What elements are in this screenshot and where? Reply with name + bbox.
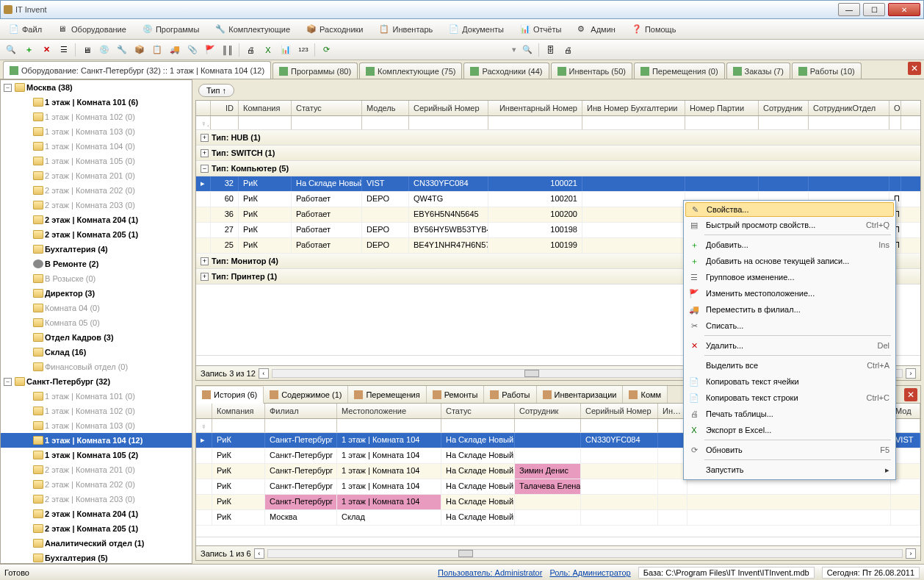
tabs-close-button[interactable]: ✕	[908, 62, 921, 75]
parts-icon[interactable]: 🔧	[115, 43, 129, 57]
detail-column[interactable]: Статус	[441, 404, 515, 418]
detail-scroll[interactable]	[267, 549, 903, 558]
tab-0[interactable]: Оборудование: Санкт-Петербург (32) :: 1 …	[3, 61, 271, 79]
maximize-button[interactable]: ☐	[863, 3, 885, 16]
barcode-icon[interactable]: ║║	[221, 43, 234, 57]
supply-icon[interactable]: 📦	[133, 43, 146, 57]
column-header[interactable]: Серийный Номер	[409, 101, 488, 115]
tree-node[interactable]: 1 этаж | Комната 102 (0)	[1, 404, 192, 418]
add-icon[interactable]: ＋	[22, 43, 35, 57]
tree-node[interactable]: 2 этаж | Комната 203 (0)	[1, 198, 192, 212]
menu-комплектующие[interactable]: 🔧Комплектующие	[211, 23, 295, 36]
tree-node[interactable]: 2 этаж | Комната 204 (1)	[1, 506, 192, 521]
tab-3[interactable]: Расходники (44)	[463, 62, 549, 79]
detail-column[interactable]: Филиал	[265, 404, 337, 418]
menu-инвентарь[interactable]: 📋Инвентарь	[375, 23, 437, 36]
group-row[interactable]: +Тип: SWITCH (1)	[196, 146, 920, 161]
delete-icon[interactable]: ✕	[40, 43, 53, 57]
clip-icon[interactable]: 📎	[186, 43, 199, 57]
column-header[interactable]: Сотрудник	[759, 101, 809, 115]
filter-icon[interactable]: 🔍	[521, 43, 534, 57]
column-header[interactable]: Номер Партии	[685, 101, 759, 115]
menu-помощь[interactable]: ❓Помощь	[627, 23, 681, 36]
column-header[interactable]: Компания	[239, 101, 292, 115]
tree-node[interactable]: 2 этаж | Комната 201 (0)	[1, 462, 192, 477]
tab-4[interactable]: Инвентарь (50)	[551, 62, 632, 79]
menu-отчёты[interactable]: 📊Отчёты	[516, 23, 566, 36]
detail-prev[interactable]: ‹	[254, 548, 264, 559]
detail-column[interactable]: Сотрудник	[515, 404, 581, 418]
menu-программы[interactable]: 💿Программы	[138, 23, 203, 36]
detail-tab-4[interactable]: Работы	[484, 386, 536, 403]
group-row[interactable]: +Тип: HUB (1)	[196, 130, 920, 146]
ctx--[interactable]: 🚚Переместить в филиал...	[685, 301, 894, 318]
tree-node[interactable]: 2 этаж | Комната 203 (0)	[1, 492, 192, 506]
tree-node[interactable]: 1 этаж | Комната 103 (0)	[1, 418, 192, 433]
tree-node[interactable]: −Санкт-Петербург (32)	[1, 374, 192, 389]
tree-node[interactable]: Финансовый отдел (0)	[1, 359, 192, 374]
column-header[interactable]: Статус	[292, 101, 362, 115]
tree-node[interactable]: Отдел Кадров (3)	[1, 330, 192, 345]
tree-node[interactable]: Бухгалтерия (5)	[1, 551, 192, 563]
detail-tab-5[interactable]: Инвентаризации	[537, 386, 624, 403]
column-header[interactable]: Инв Номер Бухгалтерии	[582, 101, 685, 115]
group-row[interactable]: −Тип: Компьютер (5)	[196, 161, 920, 176]
ctx--[interactable]: ＋Добавить...Ins	[685, 237, 894, 253]
tree-node[interactable]: 1 этаж | Комната 104 (0)	[1, 139, 192, 154]
ctx--excel-[interactable]: XЭкспорт в Excel...	[685, 422, 894, 438]
detail-tab-3[interactable]: Ремонты	[427, 386, 485, 403]
search-icon[interactable]: 🔍	[4, 43, 18, 57]
detail-tab-0[interactable]: История (6)	[196, 387, 264, 404]
sw-icon[interactable]: 💿	[98, 43, 111, 57]
detail-row[interactable]: РиКМоскваСкладНа Складе Новый	[196, 510, 920, 526]
menu-админ[interactable]: ⚙Админ	[573, 23, 620, 36]
ctx--[interactable]: ✎Свойства...	[685, 202, 894, 217]
print-icon[interactable]: 🖨	[244, 43, 257, 57]
tab-1[interactable]: Программы (80)	[272, 62, 358, 79]
tree-node[interactable]: В Розыске (0)	[1, 271, 192, 286]
tree-node[interactable]: −Москва (38)	[1, 80, 192, 95]
tree-node[interactable]: Комната 05 (0)	[1, 315, 192, 330]
tree-node[interactable]: 2 этаж | Комната 204 (1)	[1, 212, 192, 227]
column-header[interactable]: СотрудникОтдел	[809, 101, 889, 115]
tree-node[interactable]: 1 этаж | Комната 105 (2)	[1, 448, 192, 462]
status-role[interactable]: Роль: Администратор	[549, 568, 630, 577]
truck-icon[interactable]: 🚚	[168, 43, 181, 57]
detail-tab-1[interactable]: Содержимое (1)	[264, 386, 348, 403]
tree-node[interactable]: В Ремонте (2)	[1, 257, 192, 271]
detail-column[interactable]: Компания	[212, 404, 265, 418]
pager-next[interactable]: ›	[906, 368, 916, 379]
detail-column[interactable]: Местоположение	[337, 404, 441, 418]
tab-5[interactable]: Перемещения (0)	[634, 62, 725, 79]
tree-node[interactable]: 1 этаж | Комната 104 (12)	[1, 433, 192, 448]
tree-node[interactable]: 2 этаж | Комната 201 (0)	[1, 168, 192, 183]
column-header[interactable]: ID	[211, 101, 239, 115]
data-row[interactable]: ▸32РиКНа Складе НовыйVISTCN330YFC0841000…	[196, 176, 920, 192]
print2-icon[interactable]: 🖨	[561, 43, 574, 57]
ctx--[interactable]: ☰Групповое изменение...	[685, 269, 894, 285]
tree-node[interactable]: 2 этаж | Комната 205 (1)	[1, 227, 192, 242]
tab-2[interactable]: Комплектующие (75)	[359, 62, 462, 79]
tree-node[interactable]: Склад (16)	[1, 345, 192, 359]
detail-tab-6[interactable]: Комм	[623, 386, 668, 403]
detail-next[interactable]: ›	[906, 548, 916, 559]
detail-row[interactable]: РиКСанкт-Петербург1 этаж | Комната 104На…	[196, 495, 920, 510]
menu-файл[interactable]: 📄Файл	[4, 23, 46, 36]
tab-7[interactable]: Работы (10)	[792, 62, 862, 79]
ctx--[interactable]: Выделить всеCtrl+A	[685, 357, 894, 373]
close-button[interactable]: ✕	[888, 3, 920, 16]
detail-close-button[interactable]: ✕	[904, 388, 917, 401]
ctx--[interactable]: 📄Копировать текст ячейки	[685, 373, 894, 390]
detail-row[interactable]: РиКСанкт-Петербург1 этаж | Комната 104На…	[196, 479, 920, 495]
pager-prev[interactable]: ‹	[259, 368, 269, 379]
ctx--[interactable]: ▤Быстрый просмотр свойств...Ctrl+Q	[685, 217, 894, 233]
ctx--[interactable]: ✕Удалить...Del	[685, 337, 894, 354]
excel-icon[interactable]: X	[261, 43, 275, 57]
hw-icon[interactable]: 🖥	[80, 43, 93, 57]
menu-оборудование[interactable]: 🖥Оборудование	[54, 23, 131, 36]
tree-node[interactable]: 2 этаж | Комната 202 (0)	[1, 183, 192, 198]
column-header[interactable]: Инвентарный Номер	[488, 101, 582, 115]
menu-документы[interactable]: 📄Документы	[444, 23, 508, 36]
ctx--[interactable]: 🚩Изменить местоположение...	[685, 285, 894, 301]
flag-icon[interactable]: 🚩	[203, 43, 217, 57]
